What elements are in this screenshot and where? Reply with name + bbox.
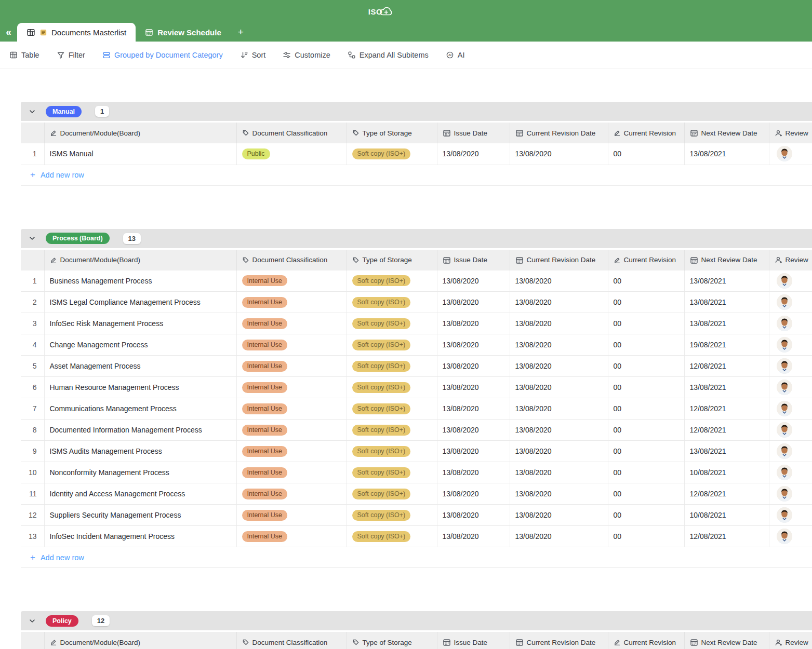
- reviewer-avatar[interactable]: [777, 337, 792, 353]
- cell-nrd[interactable]: 13/08/2021: [684, 313, 769, 334]
- column-header-next-review-date[interactable]: Next Review Date: [684, 632, 769, 649]
- column-header-current-revision[interactable]: Current Revision: [608, 123, 684, 143]
- cell-issue[interactable]: 13/08/2020: [437, 441, 510, 462]
- cell-issue[interactable]: 13/08/2020: [437, 526, 510, 547]
- cell-nrd[interactable]: 10/08/2021: [684, 462, 769, 483]
- cell-classification[interactable]: Internal Use: [236, 313, 347, 334]
- column-header-current-revision[interactable]: Current Revision: [608, 632, 684, 649]
- tab-documents-masterlist[interactable]: Documents Masterlist: [17, 23, 136, 42]
- cell-name[interactable]: Asset Management Process: [44, 356, 236, 377]
- cell-issue[interactable]: 13/08/2020: [437, 420, 510, 441]
- cell-nrd[interactable]: 12/08/2021: [684, 483, 769, 505]
- row-number[interactable]: 13: [21, 526, 44, 547]
- add-new-row-button[interactable]: +Add new row: [21, 165, 812, 186]
- cell-crd[interactable]: 13/08/2020: [510, 292, 608, 313]
- cell-cr[interactable]: 00: [608, 271, 684, 292]
- cell-storage[interactable]: Soft copy (ISO+): [347, 483, 437, 505]
- column-header-document-classification[interactable]: Document Classification: [236, 250, 347, 271]
- cell-storage[interactable]: Soft copy (ISO+): [347, 356, 437, 377]
- cell-storage[interactable]: Soft copy (ISO+): [347, 292, 437, 313]
- cell-reviewer[interactable]: [769, 441, 812, 462]
- cell-classification[interactable]: Internal Use: [236, 398, 347, 420]
- cell-issue[interactable]: 13/08/2020: [437, 398, 510, 420]
- column-header-type-of-storage[interactable]: Type of Storage: [347, 250, 437, 271]
- cell-nrd[interactable]: 13/08/2021: [684, 143, 769, 165]
- cell-classification[interactable]: Internal Use: [236, 441, 347, 462]
- toolbar-item-sort[interactable]: Sort: [240, 51, 266, 59]
- cell-issue[interactable]: 13/08/2020: [437, 356, 510, 377]
- column-header-document-module-board[interactable]: Document/Module(Board): [44, 123, 236, 143]
- row-number[interactable]: 11: [21, 483, 44, 505]
- toolbar-item-ai[interactable]: AIAI: [446, 51, 465, 59]
- cell-crd[interactable]: 13/08/2020: [510, 462, 608, 483]
- cell-reviewer[interactable]: [769, 356, 812, 377]
- cell-crd[interactable]: 13/08/2020: [510, 398, 608, 420]
- row-number[interactable]: 8: [21, 420, 44, 441]
- cell-cr[interactable]: 00: [608, 377, 684, 398]
- cell-storage[interactable]: Soft copy (ISO+): [347, 398, 437, 420]
- column-header-issue-date[interactable]: Issue Date: [437, 632, 510, 649]
- column-header-next-review-date[interactable]: Next Review Date: [684, 123, 769, 143]
- column-header-review[interactable]: Review: [769, 632, 812, 649]
- reviewer-avatar[interactable]: [777, 146, 792, 161]
- toolbar-item-expand-all-subitems[interactable]: Expand All Subitems: [348, 51, 429, 59]
- cell-issue[interactable]: 13/08/2020: [437, 462, 510, 483]
- reviewer-avatar[interactable]: [777, 316, 792, 331]
- cell-name[interactable]: ISMS Legal Compliance Management Process: [44, 292, 236, 313]
- cell-issue[interactable]: 13/08/2020: [437, 313, 510, 334]
- cell-classification[interactable]: Internal Use: [236, 483, 347, 505]
- column-header-issue-date[interactable]: Issue Date: [437, 123, 510, 143]
- cell-crd[interactable]: 13/08/2020: [510, 313, 608, 334]
- cell-storage[interactable]: Soft copy (ISO+): [347, 143, 437, 165]
- reviewer-avatar[interactable]: [777, 422, 792, 438]
- reviewer-avatar[interactable]: [777, 443, 792, 459]
- cell-nrd[interactable]: 12/08/2021: [684, 398, 769, 420]
- cell-reviewer[interactable]: [769, 398, 812, 420]
- cell-nrd[interactable]: 10/08/2021: [684, 505, 769, 526]
- cell-nrd[interactable]: 12/08/2021: [684, 526, 769, 547]
- reviewer-avatar[interactable]: [777, 507, 792, 523]
- cell-crd[interactable]: 13/08/2020: [510, 420, 608, 441]
- reviewer-avatar[interactable]: [777, 380, 792, 395]
- cell-reviewer[interactable]: [769, 334, 812, 356]
- reviewer-avatar[interactable]: [777, 401, 792, 416]
- row-number[interactable]: 4: [21, 334, 44, 356]
- cell-reviewer[interactable]: [769, 420, 812, 441]
- toolbar-item-customize[interactable]: Customize: [283, 51, 330, 59]
- cell-name[interactable]: ISMS Manual: [44, 143, 236, 165]
- add-tab-button[interactable]: +: [231, 23, 251, 42]
- cell-crd[interactable]: 13/08/2020: [510, 271, 608, 292]
- cell-cr[interactable]: 00: [608, 356, 684, 377]
- cell-reviewer[interactable]: [769, 313, 812, 334]
- cell-issue[interactable]: 13/08/2020: [437, 143, 510, 165]
- column-header-document-classification[interactable]: Document Classification: [236, 632, 347, 649]
- tab-review-schedule[interactable]: Review Schedule: [136, 23, 231, 42]
- column-header-next-review-date[interactable]: Next Review Date: [684, 250, 769, 271]
- chevron-down-icon[interactable]: [29, 108, 36, 115]
- cell-classification[interactable]: Internal Use: [236, 356, 347, 377]
- cell-storage[interactable]: Soft copy (ISO+): [347, 441, 437, 462]
- cell-issue[interactable]: 13/08/2020: [437, 505, 510, 526]
- row-number[interactable]: 5: [21, 356, 44, 377]
- chevron-down-icon[interactable]: [29, 235, 36, 242]
- cell-reviewer[interactable]: [769, 143, 812, 165]
- row-number[interactable]: 12: [21, 505, 44, 526]
- cell-crd[interactable]: 13/08/2020: [510, 526, 608, 547]
- column-header-type-of-storage[interactable]: Type of Storage: [347, 123, 437, 143]
- cell-storage[interactable]: Soft copy (ISO+): [347, 313, 437, 334]
- reviewer-avatar[interactable]: [777, 358, 792, 374]
- reviewer-avatar[interactable]: [777, 529, 792, 544]
- cell-crd[interactable]: 13/08/2020: [510, 483, 608, 505]
- cell-name[interactable]: Human Resource Management Process: [44, 377, 236, 398]
- cell-issue[interactable]: 13/08/2020: [437, 271, 510, 292]
- column-header-current-revision-date[interactable]: Current Revision Date: [510, 123, 608, 143]
- cell-cr[interactable]: 00: [608, 398, 684, 420]
- cell-reviewer[interactable]: [769, 462, 812, 483]
- column-header-current-revision-date[interactable]: Current Revision Date: [510, 250, 608, 271]
- column-header-review[interactable]: Review: [769, 250, 812, 271]
- cell-crd[interactable]: 13/08/2020: [510, 356, 608, 377]
- cell-reviewer[interactable]: [769, 377, 812, 398]
- cell-cr[interactable]: 00: [608, 526, 684, 547]
- toolbar-item-table[interactable]: Table: [9, 51, 39, 59]
- cell-cr[interactable]: 00: [608, 462, 684, 483]
